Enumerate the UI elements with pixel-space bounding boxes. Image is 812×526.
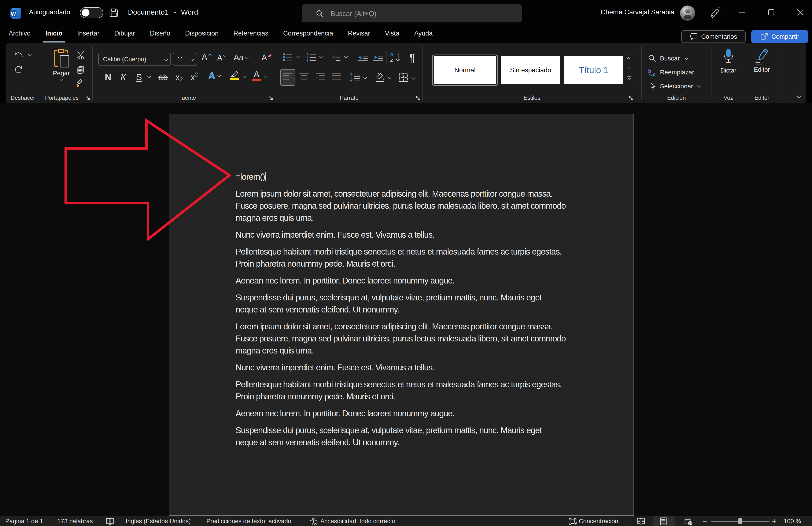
change-case-button[interactable]: Aa [234, 53, 248, 62]
styles-scroll-down[interactable] [627, 67, 630, 69]
zoom-in-button[interactable]: + [772, 516, 777, 526]
clear-formatting-button[interactable]: A [262, 53, 273, 62]
line-spacing-button[interactable] [349, 72, 361, 83]
tab-disposicion[interactable]: Disposición [178, 24, 226, 43]
text-predictions-indicator[interactable]: Predicciones de texto: activado [206, 516, 291, 526]
grow-font-button[interactable]: A [202, 52, 212, 62]
save-button[interactable] [108, 7, 119, 18]
print-layout-button[interactable] [653, 516, 675, 526]
zoom-slider-thumb[interactable] [738, 518, 742, 524]
shading-dropdown-icon[interactable] [388, 75, 392, 79]
search-input[interactable]: Buscar (Alt+Q) [302, 4, 522, 23]
minimize-button[interactable] [732, 0, 752, 24]
autosave-toggle[interactable] [80, 7, 103, 18]
multilevel-dropdown-icon[interactable] [344, 54, 348, 58]
copy-button[interactable] [76, 64, 85, 74]
style-sinespaciado[interactable]: Sin espaciado [501, 56, 560, 84]
replace-button[interactable]: b c Reemplazar [648, 66, 694, 78]
increase-indent-button[interactable] [373, 52, 383, 63]
align-center-button[interactable] [299, 72, 309, 83]
decrease-indent-button[interactable] [357, 52, 368, 63]
bullets-dropdown-icon[interactable] [295, 54, 300, 58]
editor-button[interactable]: Editor [745, 48, 779, 73]
superscript-button[interactable]: x 2 [188, 70, 201, 84]
zoom-level[interactable]: 100 % [784, 516, 801, 526]
highlight-button[interactable] [229, 70, 240, 80]
pilcrow-button[interactable]: ¶ [409, 52, 415, 64]
style-titulo1[interactable]: Título 1 [564, 56, 623, 84]
justify-button[interactable] [331, 72, 342, 83]
find-button[interactable]: Buscar [648, 52, 688, 64]
zoom-out-button[interactable]: − [702, 516, 707, 526]
tab-correspondencia[interactable]: Correspondencia [276, 24, 340, 43]
text-effects-button[interactable]: A [208, 70, 220, 82]
styles-more-button[interactable] [627, 76, 632, 80]
read-mode-button[interactable] [636, 517, 646, 526]
tab-vista[interactable]: Vista [377, 24, 407, 43]
numbering-dropdown-icon[interactable] [319, 54, 323, 58]
line-spacing-dropdown-icon[interactable] [363, 75, 367, 79]
tab-dibujar[interactable]: Dibujar [107, 24, 142, 43]
tab-ayuda[interactable]: Ayuda [407, 24, 440, 43]
underline-dropdown-icon[interactable] [147, 74, 151, 78]
tab-referencias[interactable]: Referencias [226, 24, 276, 43]
shrink-font-button[interactable]: A [217, 54, 227, 62]
sort-button[interactable]: A Z [390, 52, 402, 63]
undo-dropdown-icon[interactable] [28, 52, 31, 56]
format-painter-button[interactable] [75, 78, 85, 88]
comments-button[interactable]: Comentarios [681, 30, 745, 43]
paragraph-dialog-launcher[interactable] [416, 96, 421, 101]
highlighter-icon [229, 70, 240, 77]
title-bar: W Autoguardado Documento1 - Word Buscar … [0, 0, 812, 24]
underline-button[interactable]: S [133, 70, 145, 84]
font-color-dropdown-icon[interactable] [263, 74, 267, 78]
cut-button[interactable] [76, 50, 86, 60]
accessibility-status[interactable]: Accesibilidad: todo correcto [320, 516, 395, 526]
font-size-select[interactable]: 11 [173, 53, 197, 65]
close-button[interactable] [791, 0, 810, 24]
focus-mode-button[interactable]: Concentración [579, 516, 618, 526]
tab-diseno[interactable]: Diseño [143, 24, 178, 43]
borders-button[interactable] [398, 72, 409, 83]
avatar[interactable] [680, 5, 695, 21]
font-color-button[interactable]: A [252, 70, 261, 82]
shading-button[interactable] [375, 72, 386, 83]
whats-new-button[interactable] [709, 6, 723, 20]
bold-button[interactable]: N [102, 70, 114, 84]
dictate-button[interactable]: Dictar [712, 48, 745, 74]
page-indicator[interactable]: Página 1 de 1 [5, 516, 43, 526]
language-indicator[interactable]: Inglés (Estados Unidos) [126, 516, 191, 526]
redo-button[interactable] [13, 64, 24, 75]
styles-dialog-launcher[interactable] [629, 96, 634, 101]
numbering-button[interactable]: 123 [306, 52, 317, 63]
subscript-button[interactable]: x 2 [173, 70, 186, 84]
styles-scroll-up[interactable] [627, 56, 630, 60]
tab-insertar[interactable]: Insertar [70, 24, 107, 43]
accessibility-button[interactable] [309, 517, 318, 526]
multilevel-list-button[interactable]: 1ai [331, 52, 342, 63]
borders-dropdown-icon[interactable] [411, 75, 415, 79]
bullets-button[interactable] [282, 52, 293, 63]
document-page[interactable]: =lorem() Lorem ipsum dolor sit amet, con… [169, 114, 634, 516]
font-dialog-launcher[interactable] [268, 96, 274, 101]
highlight-dropdown-icon[interactable] [242, 74, 246, 78]
paste-button[interactable]: Pegar [53, 48, 70, 81]
word-count[interactable]: 173 palabras [57, 516, 93, 526]
align-right-button[interactable] [315, 72, 326, 83]
undo-button[interactable] [13, 49, 24, 60]
share-button[interactable]: Compartir [751, 30, 808, 43]
italic-button[interactable]: K [117, 70, 129, 84]
maximize-button[interactable] [761, 0, 781, 24]
web-layout-button[interactable] [683, 517, 693, 526]
tab-inicio[interactable]: Inicio [38, 24, 70, 43]
font-family-select[interactable]: Calibri (Cuerpo) [98, 53, 171, 65]
tab-archivo[interactable]: Archivo [1, 24, 38, 43]
tab-revisar[interactable]: Revisar [340, 24, 377, 43]
proofing-button[interactable] [105, 517, 115, 526]
collapse-ribbon-button[interactable] [797, 95, 801, 98]
style-normal[interactable]: Normal [434, 56, 496, 84]
align-left-button[interactable] [280, 69, 295, 86]
clipboard-dialog-launcher[interactable] [85, 96, 91, 101]
strikethrough-button[interactable]: ab [156, 70, 170, 84]
select-button[interactable]: Seleccionar [648, 80, 700, 92]
